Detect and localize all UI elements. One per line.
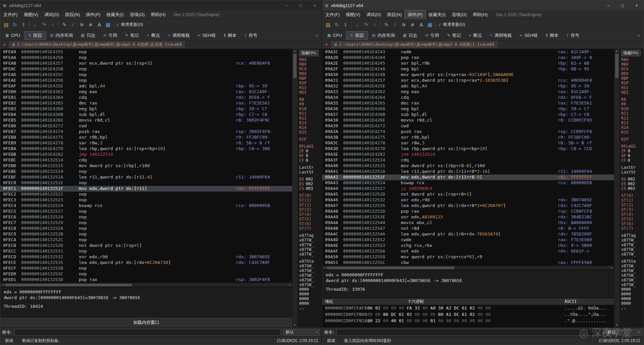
toolbar-icon[interactable] [57,21,60,29]
trace-row[interactable]: 0FEC7 0000000140132529 nop [0,220,292,226]
trace-row[interactable]: 09A2D 00000001401E4244 pop rax rax: 1A9F… [322,55,614,61]
menu-item[interactable]: 选项(O) [127,10,148,19]
view-tab[interactable]: ▥ 日志 [77,31,99,40]
view-tab[interactable]: ▤ 内存布局 [368,31,399,40]
scrollbar-thumb[interactable] [5,284,132,286]
close-button[interactable]: × [308,0,322,10]
menu-item[interactable]: 视图(V) [343,10,363,19]
trace-row[interactable]: 0FEC1 000000014013251F mov edx,dword ptr… [0,186,292,192]
trace-row[interactable]: 0FECD 0000000140132532 xor edx,r9d rdx: … [0,254,292,260]
trace-row[interactable]: 09A4A 0000000140132544 movzx ebx,cl rbx:… [322,220,614,226]
toolbar-icon[interactable]: ▤ [2,21,10,29]
toolbar-icon[interactable] [350,21,353,29]
trace-row[interactable]: 09A4C 000000014013254A lea edx,qword ptr… [322,231,614,237]
close-trace-icon[interactable]: × [322,42,330,47]
trace-file-tab[interactable]: ≣ C:\Users\90965\Desktop\新vmp研究\新vmp研究\新… [330,41,498,49]
trace-row[interactable]: 09A42 000000014013251F mov edx,dword ptr… [322,175,614,180]
toolbar-icon[interactable]: A [95,21,103,29]
trace-row[interactable]: 0FEA9 00000001401E4255 nop [0,49,292,55]
trace-row[interactable]: 0FEC2 0000000140132522 nop [0,192,292,197]
toolbar-icon[interactable]: ↷ [40,21,48,29]
toolbar-icon[interactable]: # [87,21,95,29]
maximize-button[interactable]: □ [293,0,308,10]
view-tab[interactable]: ↯ 跟踪 [24,31,46,40]
view-tab[interactable]: ▦ CPU [323,31,346,40]
tab-overflow-chevron[interactable]: » [313,33,321,38]
scroll-right-icon[interactable]: ▸ [287,283,292,287]
trace-row[interactable]: 09A3A 00000001401E4274 push rax rsp: CCD… [322,129,614,135]
scroll-right-icon[interactable]: ▸ [609,266,614,270]
view-tab[interactable]: § 脚本 [220,31,240,40]
trace-row[interactable]: 0FEBB 00000001401E4282 jmp 140132514 [0,152,292,157]
scroll-down-icon[interactable]: ▼ [615,323,618,327]
dump-row[interactable]: 000000CCD0FCFB08 00 00 86 DC 61 02 00 00… [322,311,614,318]
trace-row[interactable]: 09A3D 00000001401E427D lea rbp,qword ptr… [322,146,614,152]
view-tab[interactable]: ▤ 内存布局 [46,31,77,40]
vertical-scrollbar[interactable]: ▲ ▼ [614,49,619,327]
menu-item[interactable]: 调试(D) [363,10,384,19]
view-tab[interactable]: ● 断点 [143,31,164,40]
minimize-button[interactable]: – [279,0,293,10]
trace-row[interactable]: 09A37 00000001401E426B sub bpl,dl rbp: C… [322,112,614,118]
menu-item[interactable]: 文件(F) [322,10,343,19]
toolbar-icon[interactable]: ↑ [49,21,57,29]
trace-row[interactable]: 09A4E 0000000140132553 xchg rcx,rbx rbx:… [322,243,614,249]
toolbar-icon[interactable]: ▦ [104,21,112,29]
toolbar-icon[interactable]: ↓ [353,21,361,29]
view-tab[interactable]: ƒ 符号 [240,31,261,40]
command-profile-select[interactable]: 默认 ▾ [605,329,642,336]
toolbar-icon[interactable]: ∕ [391,21,399,29]
toolbar-icon[interactable]: ▦ [426,21,434,29]
trace-row[interactable]: 09A45 000000014013252D not dword ptr ss:… [322,192,614,197]
trace-row[interactable]: 09A44 0000000140132527 js 1402988C4 [322,186,614,192]
menu-item[interactable]: 帮助(H) [470,10,490,19]
menu-item[interactable]: 跟踪(N) [384,10,405,19]
view-tab[interactable]: ≡ 调用堆栈 [486,31,516,40]
toolbar-icon[interactable] [28,21,31,29]
view-tab[interactable]: ↯ 跟踪 [346,31,368,40]
trace-row[interactable]: 09A35 00000001401E4265 dec rax rax: F7E3… [322,100,614,106]
minimize-button[interactable]: – [601,0,615,10]
trace-row[interactable]: 09A3B 00000001401E4275 xor r9b,bpl r9: F… [322,135,614,140]
trace-row[interactable]: 09A31 00000001401E4257 xor ecx,dword ptr… [322,78,614,83]
toolbar-icon[interactable]: fx [78,21,86,29]
menu-item[interactable]: 插件(P) [83,10,103,19]
trace-row[interactable]: 09A48 000000014013253D pop rax rsp: CCD0… [322,209,614,214]
command-input[interactable] [336,329,603,336]
trace-row[interactable]: 0FEAA 00000001401E4256 nop [0,55,292,61]
trace-row[interactable]: 09A36 00000001401E4268 neg bpl rbp: 39->… [322,106,614,112]
menu-item[interactable]: 文件(F) [0,10,21,19]
view-tab[interactable]: ƒ 符号 [562,31,583,40]
menu-item[interactable]: 选项(O) [449,10,470,19]
view-tab[interactable]: ✎ 笔记 [121,31,143,40]
trace-row[interactable]: 0FEB5 00000001401E426E movsx r8d,cl r8: … [0,118,292,123]
menu-item[interactable]: 帮助(H) [148,10,168,19]
trace-row[interactable]: 09A2C 00000001401E4243 cwde rax: 81C1A9F… [322,49,614,55]
scroll-up-icon[interactable]: ▲ [615,49,618,53]
trace-row[interactable]: 0FEB1 00000001401E4264 cdq rdx: DFE6-> F [0,95,292,100]
hide-fpu-button[interactable]: 隐藏FPU [621,50,641,56]
trace-row[interactable]: 09A2F 00000001401E4248 neg bpl rbp: 6B->… [322,66,614,72]
trace-row[interactable]: 0FEBC 0000000140132514 cdq [0,157,292,163]
close-button[interactable]: × [630,0,644,10]
trace-row[interactable]: 09A2E 00000001401E4245 xor bpl,r9b rbp: … [322,61,614,66]
close-trace-icon[interactable]: × [0,42,8,47]
trace-row[interactable]: 09A41 000000014013251A lea r11,qword ptr… [322,169,614,175]
trace-row[interactable]: 0FECF 000000014013253B nop [0,266,292,271]
trace-row[interactable]: 09A47 0000000140132535 lea edx,qword ptr… [322,203,614,209]
view-tab[interactable]: ● 断点 [465,31,486,40]
view-tab[interactable]: ▦ CPU [1,31,24,40]
menu-item[interactable]: 跟踪(N) [62,10,83,19]
toolbar-icon[interactable]: ∕ [69,21,77,29]
trace-row[interactable]: 09A49 000000014013253E xor edx,48100123 … [322,214,614,220]
toolbar-icon[interactable]: A [417,21,425,29]
trace-row[interactable]: 0FEB2 00000001401E4265 dec rax rax: F7E3… [0,100,292,106]
view-tab[interactable]: ▥ 日志 [399,31,421,40]
trace-row[interactable]: 09A34 00000001401E4264 cdq rdx: DFE6-> F [322,95,614,100]
trace-row[interactable]: 09A33 00000001401E4262 neg eax rax: 81C1… [322,89,614,95]
tab-overflow-chevron[interactable]: » [635,33,643,38]
menu-item[interactable]: 收藏夹(I) [425,10,448,19]
trace-row[interactable]: 09A51 000000014013255C cbw rax: FFFFE560 [322,260,614,266]
trace-row[interactable]: 0FEB0 00000001401E4262 neg eax rax: 81C1… [0,89,292,95]
trace-row[interactable]: 0FECA 000000014013252C nop [0,237,292,243]
